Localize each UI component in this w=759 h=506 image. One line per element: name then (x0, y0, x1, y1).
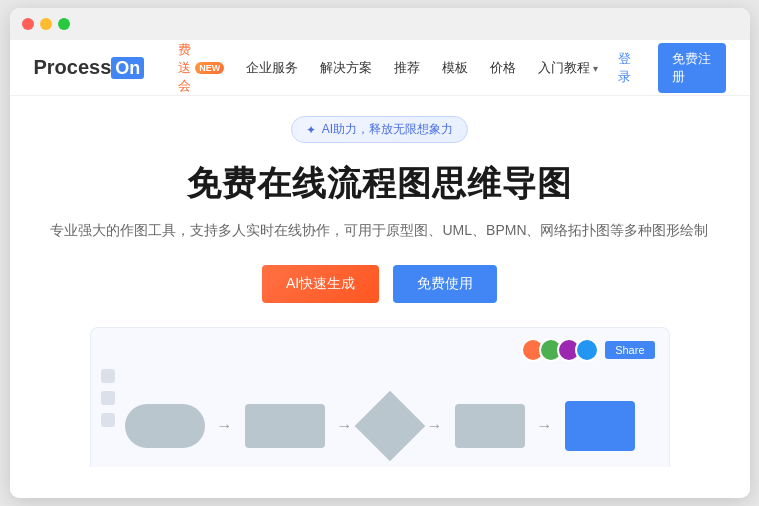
maximize-dot[interactable] (58, 18, 70, 30)
logo-on: On (111, 57, 144, 79)
flow-shape-end (565, 401, 635, 451)
chevron-down-icon (593, 60, 598, 75)
hero-buttons: AI快速生成 免费使用 (262, 265, 497, 303)
flow-shape-start (125, 404, 205, 448)
flow-shape-diamond-wrapper (365, 401, 415, 451)
diagram-left-handles (101, 369, 115, 427)
hero-subtitle: 专业强大的作图工具，支持多人实时在线协作，可用于原型图、UML、BPMN、网络拓… (50, 219, 708, 241)
flow-shape-rect (245, 404, 325, 448)
flow-shape-rect2 (455, 404, 525, 448)
nav-item-price[interactable]: 价格 (480, 53, 526, 83)
diagram-share-bar: Share (521, 338, 654, 362)
browser-title-bar (10, 8, 750, 40)
flow-arrow-1: → (217, 417, 233, 435)
avatar-group (521, 338, 599, 362)
nav-item-solutions[interactable]: 解决方案 (310, 53, 382, 83)
minimize-dot[interactable] (40, 18, 52, 30)
flow-arrow-4: → (537, 417, 553, 435)
nav-item-enterprise[interactable]: 企业服务 (236, 53, 308, 83)
ai-badge: ✦ AI助力，释放无限想象力 (291, 116, 468, 143)
handle-2 (101, 391, 115, 405)
vip-badge: NEW (195, 62, 224, 74)
handle-3 (101, 413, 115, 427)
browser-content: ProcessOn 免费送会员 NEW 企业服务 解决方案 推荐 模板 (10, 40, 750, 498)
flow-shape-diamond (354, 391, 425, 462)
free-use-button[interactable]: 免费使用 (393, 265, 497, 303)
ai-badge-icon: ✦ (306, 123, 316, 137)
nav-item-templates[interactable]: 模板 (432, 53, 478, 83)
flow-arrow-2: → (337, 417, 353, 435)
register-button[interactable]: 免费注册 (658, 43, 725, 93)
hero-section: ✦ AI助力，释放无限想象力 免费在线流程图思维导图 专业强大的作图工具，支持多… (10, 96, 750, 498)
ai-generate-button[interactable]: AI快速生成 (262, 265, 379, 303)
browser-window: ProcessOn 免费送会员 NEW 企业服务 解决方案 推荐 模板 (10, 8, 750, 498)
nav-item-tutorial[interactable]: 入门教程 (528, 53, 608, 83)
close-dot[interactable] (22, 18, 34, 30)
navbar: ProcessOn 免费送会员 NEW 企业服务 解决方案 推荐 模板 (10, 40, 750, 96)
diagram-preview: Share → → → → (90, 327, 670, 467)
nav-right: 登录 免费注册 (608, 43, 725, 93)
handle-1 (101, 369, 115, 383)
nav-item-recommend[interactable]: 推荐 (384, 53, 430, 83)
login-button[interactable]: 登录 (608, 44, 648, 92)
ai-badge-text: AI助力，释放无限想象力 (322, 121, 453, 138)
avatar-4 (575, 338, 599, 362)
share-button[interactable]: Share (605, 341, 654, 359)
logo-area[interactable]: ProcessOn (34, 56, 145, 79)
flow-arrow-3: → (427, 417, 443, 435)
logo-text: ProcessOn (34, 56, 145, 79)
flowchart: → → → → (125, 401, 635, 451)
hero-title: 免费在线流程图思维导图 (187, 161, 572, 207)
